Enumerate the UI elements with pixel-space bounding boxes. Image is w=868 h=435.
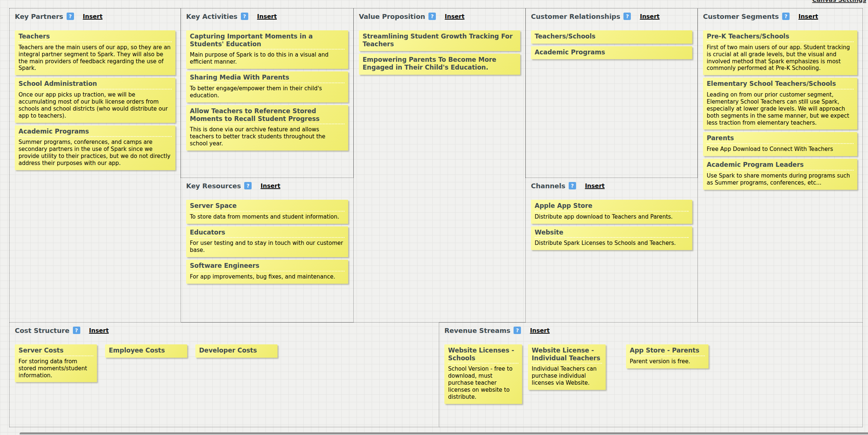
note-separator <box>190 237 344 238</box>
section-revenue-streams: Revenue Streams?InsertWebsite Licenses -… <box>439 322 863 427</box>
sticky-note[interactable]: WebsiteDistribute Spark Licenses to Scho… <box>531 226 692 250</box>
note-title: Pre-K Teachers/Schools <box>707 33 854 40</box>
note-body: To store data from moments and student i… <box>190 213 344 220</box>
insert-link[interactable]: Insert <box>798 13 818 20</box>
note-title: Elementary School Teachers/Schools <box>707 80 854 88</box>
note-separator <box>190 124 344 124</box>
section-cost-structure: Cost Structure?InsertServer CostsFor sto… <box>9 322 439 427</box>
note-separator <box>532 363 602 364</box>
section-title: Revenue Streams <box>444 327 510 334</box>
note-body: For storing data from stored moments/stu… <box>18 358 93 379</box>
notes-list: Streamlining Student Growth Tracking For… <box>359 30 520 75</box>
sticky-note[interactable]: Sharing Media With ParentsTo better enga… <box>186 71 348 102</box>
sticky-note[interactable]: Server SpaceTo store data from moments a… <box>186 200 348 224</box>
note-title: Employee Costs <box>109 347 184 354</box>
note-title: Teachers <box>18 33 172 40</box>
help-icon[interactable]: ? <box>623 13 631 20</box>
sticky-note[interactable]: Website License - Individual TeachersInd… <box>528 344 606 390</box>
note-separator <box>190 82 344 83</box>
sticky-note[interactable]: Developer Costs <box>195 344 277 358</box>
section-header: Cost Structure?Insert <box>15 326 434 335</box>
help-icon[interactable]: ? <box>241 13 248 20</box>
section-title: Channels <box>531 182 565 190</box>
note-body: First of two main users of our app. Stud… <box>707 44 854 72</box>
notes-list: Server SpaceTo store data from moments a… <box>186 200 348 284</box>
sticky-note[interactable]: Empowering Parents To Become More Engage… <box>359 54 520 74</box>
note-body: To better engage/empower them in their c… <box>190 85 344 99</box>
canvas-settings-link[interactable]: Canvas Settings <box>812 0 866 3</box>
sticky-note[interactable]: Streamlining Student Growth Tracking For… <box>359 30 520 51</box>
note-body: Leading on from our prior customer segme… <box>707 91 854 126</box>
section-key-partners: Key Partners?InsertTeachersTeachers are … <box>9 8 181 323</box>
insert-link[interactable]: Insert <box>585 182 605 189</box>
note-title: Academic Programs <box>535 48 689 56</box>
note-body: Summer programs, conferences, and camps … <box>18 139 172 167</box>
note-body: For app improvements, bug fixes, and mai… <box>190 273 344 280</box>
note-title: Academic Programs <box>18 128 172 135</box>
insert-link[interactable]: Insert <box>445 13 464 20</box>
section-title: Key Resources <box>186 182 241 190</box>
sticky-note[interactable]: School AdministrationOnce our app picks … <box>15 78 175 122</box>
sticky-note[interactable]: Elementary School Teachers/SchoolsLeadin… <box>703 78 857 129</box>
help-icon[interactable]: ? <box>428 13 436 20</box>
sticky-note[interactable]: Server CostsFor storing data from stored… <box>15 344 97 382</box>
note-title: Software Engineers <box>190 262 344 270</box>
insert-link[interactable]: Insert <box>89 327 109 334</box>
section-title: Key Partners <box>15 13 63 20</box>
section-header: Customer Relationships?Insert <box>531 11 692 21</box>
section-title: Key Activities <box>186 13 238 20</box>
note-body: For user testing and to stay in touch wi… <box>190 240 344 254</box>
note-body: Distribute Spark Licenses to Schools and… <box>535 240 689 247</box>
note-title: Streamlining Student Growth Tracking For… <box>363 33 517 48</box>
sticky-note[interactable]: TeachersTeachers are the main users of o… <box>15 30 175 75</box>
sticky-note[interactable]: Employee Costs <box>105 344 187 358</box>
sticky-note[interactable]: Software EngineersFor app improvements, … <box>186 260 348 284</box>
note-body: This is done via our archive feature and… <box>190 126 344 147</box>
sticky-note[interactable]: Pre-K Teachers/SchoolsFirst of two main … <box>703 30 857 75</box>
note-title: Teachers/Schools <box>535 33 689 40</box>
section-title: Customer Relationships <box>531 13 620 20</box>
sticky-note[interactable]: Academic Program LeadersUse Spark to sha… <box>703 159 857 190</box>
section-header: Key Partners?Insert <box>15 11 175 21</box>
note-separator <box>535 211 689 212</box>
insert-link[interactable]: Insert <box>83 13 102 20</box>
note-title: Website Licenses - Schools <box>448 347 518 362</box>
help-icon[interactable]: ? <box>244 182 252 189</box>
note-separator <box>707 170 854 171</box>
sticky-note[interactable]: Allow Teachers to Reference Stored Momen… <box>186 105 348 151</box>
notes-list: Teachers/SchoolsAcademic Programs <box>531 30 692 59</box>
insert-link[interactable]: Insert <box>257 13 277 20</box>
note-body: Free App Download to Connect With Teache… <box>707 146 854 153</box>
section-header: Value Proposition?Insert <box>359 11 520 21</box>
help-icon[interactable]: ? <box>514 327 521 334</box>
sticky-note[interactable]: EducatorsFor user testing and to stay in… <box>186 226 348 257</box>
help-icon[interactable]: ? <box>67 13 74 20</box>
notes-list: Pre-K Teachers/SchoolsFirst of two main … <box>703 30 857 190</box>
insert-link[interactable]: Insert <box>260 182 280 189</box>
sticky-note[interactable]: Academic Programs <box>531 46 692 60</box>
help-icon[interactable]: ? <box>569 182 576 189</box>
note-title: Developer Costs <box>199 347 274 354</box>
help-icon[interactable]: ? <box>782 13 790 20</box>
help-icon[interactable]: ? <box>73 327 80 334</box>
section-header: Channels?Insert <box>531 181 692 190</box>
note-separator <box>535 237 689 238</box>
sticky-note[interactable]: ParentsFree App Download to Connect With… <box>703 132 857 156</box>
note-separator <box>18 89 172 90</box>
sticky-note[interactable]: Apple App StoreDistribute app download t… <box>531 200 692 224</box>
insert-link[interactable]: Insert <box>530 327 549 334</box>
section-value-proposition: Value Proposition?InsertStreamlining Stu… <box>353 8 526 323</box>
note-title: Parents <box>707 134 854 142</box>
sticky-note[interactable]: App Store - ParentsParent version is fre… <box>626 344 709 368</box>
note-separator <box>630 355 705 356</box>
sticky-note[interactable]: Website Licenses - SchoolsSchool Version… <box>444 344 522 404</box>
insert-link[interactable]: Insert <box>640 13 659 20</box>
note-body: Use Spark to share moments during progra… <box>707 172 854 186</box>
sticky-note[interactable]: Academic ProgramsSummer programs, confer… <box>15 125 175 170</box>
sticky-note[interactable]: Capturing Important Moments in a Student… <box>186 30 348 69</box>
note-title: Allow Teachers to Reference Stored Momen… <box>190 107 344 122</box>
note-body: Individual Teachers can purchase individ… <box>532 365 602 387</box>
section-customer-relationships: Customer Relationships?InsertTeachers/Sc… <box>525 8 698 178</box>
note-title: Educators <box>190 229 344 236</box>
sticky-note[interactable]: Teachers/Schools <box>531 30 692 44</box>
